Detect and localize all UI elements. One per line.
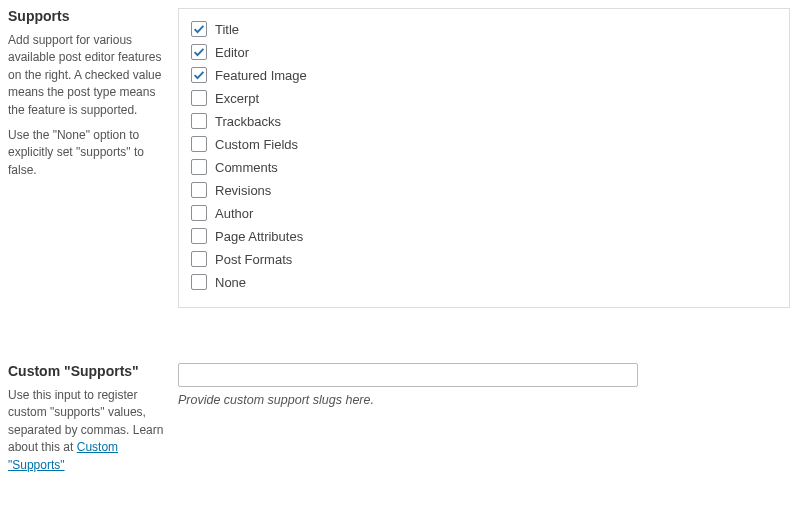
custom-supports-heading: Custom "Supports" <box>8 363 168 379</box>
supports-option-label: Featured Image <box>215 68 307 83</box>
supports-desc-1: Add support for various available post e… <box>8 32 168 119</box>
supports-option-checkbox[interactable] <box>191 136 207 152</box>
supports-option-row: Editor <box>191 44 777 60</box>
supports-option-row: Custom Fields <box>191 136 777 152</box>
supports-option-row: Comments <box>191 159 777 175</box>
supports-option-row: Title <box>191 21 777 37</box>
supports-option-row: Revisions <box>191 182 777 198</box>
supports-option-label: Comments <box>215 160 278 175</box>
supports-option-checkbox[interactable] <box>191 274 207 290</box>
supports-option-row: Page Attributes <box>191 228 777 244</box>
supports-option-label: Revisions <box>215 183 271 198</box>
supports-option-row: Post Formats <box>191 251 777 267</box>
supports-option-label: Title <box>215 22 239 37</box>
custom-supports-input[interactable] <box>178 363 638 387</box>
supports-option-label: Excerpt <box>215 91 259 106</box>
supports-option-checkbox[interactable] <box>191 228 207 244</box>
supports-option-row: None <box>191 274 777 290</box>
supports-option-row: Trackbacks <box>191 113 777 129</box>
supports-desc-2: Use the "None" option to explicitly set … <box>8 127 168 179</box>
supports-option-row: Excerpt <box>191 90 777 106</box>
supports-option-row: Author <box>191 205 777 221</box>
supports-option-label: Page Attributes <box>215 229 303 244</box>
supports-option-checkbox[interactable] <box>191 44 207 60</box>
supports-option-checkbox[interactable] <box>191 251 207 267</box>
supports-option-checkbox[interactable] <box>191 67 207 83</box>
supports-option-checkbox[interactable] <box>191 159 207 175</box>
supports-option-label: None <box>215 275 246 290</box>
supports-option-label: Custom Fields <box>215 137 298 152</box>
custom-supports-hint: Provide custom support slugs here. <box>178 393 790 407</box>
supports-heading: Supports <box>8 8 168 24</box>
supports-options-panel: TitleEditorFeatured ImageExcerptTrackbac… <box>178 8 790 308</box>
supports-option-checkbox[interactable] <box>191 90 207 106</box>
custom-supports-desc: Use this input to register custom "suppo… <box>8 387 168 474</box>
supports-option-checkbox[interactable] <box>191 113 207 129</box>
check-icon <box>192 45 206 59</box>
supports-option-label: Trackbacks <box>215 114 281 129</box>
supports-option-label: Author <box>215 206 253 221</box>
supports-option-row: Featured Image <box>191 67 777 83</box>
supports-option-label: Editor <box>215 45 249 60</box>
supports-option-label: Post Formats <box>215 252 292 267</box>
check-icon <box>192 68 206 82</box>
supports-option-checkbox[interactable] <box>191 21 207 37</box>
check-icon <box>192 22 206 36</box>
supports-option-checkbox[interactable] <box>191 205 207 221</box>
supports-option-checkbox[interactable] <box>191 182 207 198</box>
